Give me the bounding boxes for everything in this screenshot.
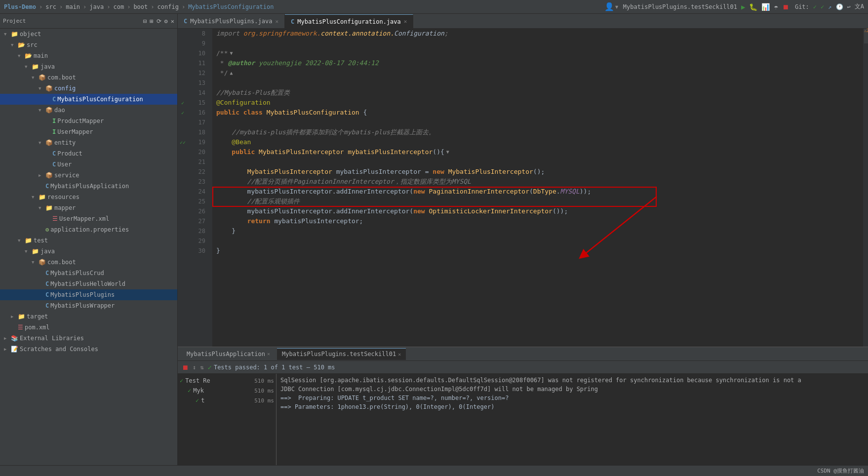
tree-item-com-boot[interactable]: ▼ 📦 com.boot — [0, 72, 177, 83]
tree-label-user: User — [57, 161, 72, 168]
test-result-myk[interactable]: ✓ Myk 510 ms — [180, 386, 274, 396]
coverage-button[interactable]: ☂ — [774, 3, 778, 11]
profile-button[interactable]: 📊 — [761, 3, 770, 11]
tree-item-productmapper[interactable]: I ProductMapper — [0, 116, 177, 126]
tree-item-plugins[interactable]: C MybatisPlusPlugins — [0, 289, 177, 300]
code-lines[interactable]: import org.springframework.context.annot… — [212, 29, 863, 347]
tree-item-helloworld[interactable]: C MybatisPlusHelloWorld — [0, 278, 177, 289]
tree-item-java[interactable]: ▼ 📁 java — [0, 61, 177, 72]
code-line-23: //配置分页插件PaginationInnerInterceptor，指定数据库… — [216, 177, 859, 187]
bottom-tab-test-close[interactable]: ✕ — [398, 352, 401, 357]
run-config-label[interactable]: MybatisPlusPlugins.testSeckill01 — [623, 3, 737, 10]
tab-close-config[interactable]: ✕ — [404, 18, 407, 25]
sync-icon[interactable]: ⟳ — [157, 18, 161, 25]
tab-icon-config: C — [291, 18, 294, 25]
tree-item-entity[interactable]: ▼ 📦 entity — [0, 137, 177, 148]
tree-label-main: main — [34, 52, 48, 59]
editor-tabs: C MybatisPlusPlugins.java ✕ C MybatisPlu… — [178, 14, 868, 29]
settings-icon[interactable]: ⚙ — [164, 18, 168, 25]
tree-item-crud[interactable]: C MybatisPlusCrud — [0, 268, 177, 278]
tree-item-dao[interactable]: ▼ 📦 dao — [0, 105, 177, 116]
tree-item-service[interactable]: ▶ 📦 service — [0, 170, 177, 181]
ln-10: 10 — [188, 48, 208, 58]
mapper-folder-icon: 📁 — [45, 204, 53, 211]
stop-run-icon[interactable]: ⏹ — [182, 363, 189, 371]
collapse-all-icon[interactable]: ⊟ — [143, 18, 147, 25]
bottom-toolbar: ⏹ ↕ ⇅ ✓ Tests passed: 1 of 1 test – 510 … — [178, 361, 868, 374]
tree-item-mybatisplusconfig[interactable]: C MybatisPlusConfiguration — [0, 94, 177, 105]
tree-item-product[interactable]: C Product — [0, 148, 177, 159]
tree-item-java-test[interactable]: ▼ 📁 java — [0, 246, 177, 257]
gutter-18 — [178, 127, 188, 137]
console-line-3: ==> Preparing: UPDATE t_product SET name… — [280, 394, 864, 402]
tree-item-application[interactable]: C MybatisPlusApplication — [0, 181, 177, 192]
gutter-20 — [178, 147, 188, 157]
test-result-myk-time: 510 ms — [254, 388, 274, 394]
tree-item-usermapper[interactable]: I UserMapper — [0, 126, 177, 137]
tree-item-mapper-folder[interactable]: ▼ 📁 mapper — [0, 202, 177, 213]
rerun-icon[interactable]: ↕ — [193, 364, 196, 371]
tree-label-mybatisplusconfig: MybatisPlusConfiguration — [57, 96, 143, 103]
tree-item-config[interactable]: ▼ 📦 config — [0, 83, 177, 94]
tree-label-project: object — [20, 31, 41, 38]
tree-item-project[interactable]: ▼ 📁 object — [0, 29, 177, 40]
tree-item-resources[interactable]: ▼ 📁 resources — [0, 192, 177, 202]
main-layout: Project ⊟ ⊞ ⟳ ⚙ ✕ ▼ 📁 object ▼ 📂 src ▼ — [0, 14, 868, 465]
tab-configuration-java[interactable]: C MybatisPlusConfiguration.java ✕ — [285, 14, 413, 28]
git-label: Git: — [795, 3, 809, 10]
project-name[interactable]: Plus-Demo — [4, 3, 36, 10]
tree-item-src[interactable]: ▼ 📂 src — [0, 40, 177, 50]
ln-19: 19 — [188, 137, 208, 147]
gutter-16-impl[interactable]: ✓ — [178, 108, 188, 118]
tab-close-plugins[interactable]: ✕ — [275, 18, 278, 25]
tab-plugins-java[interactable]: C MybatisPlusPlugins.java ✕ — [178, 14, 285, 28]
scratches-icon: 📝 — [11, 346, 18, 353]
tree-item-test[interactable]: ▼ 📁 test — [0, 235, 177, 246]
gutter-22 — [178, 167, 188, 177]
tree-item-scratches[interactable]: ▶ 📝 Scratches and Consoles — [0, 344, 177, 355]
test-result-myk-label: Myk — [193, 387, 204, 394]
tree-item-wrapper[interactable]: C MybatisPlusWrapper — [0, 300, 177, 311]
fold-12[interactable]: ▲ — [230, 68, 233, 78]
bottom-tab-app-close[interactable]: ✕ — [267, 351, 270, 357]
scrollbar-track[interactable]: ⚠2 — [863, 29, 868, 347]
git-push[interactable]: ↗ — [828, 3, 831, 10]
tree-item-target[interactable]: ▶ 📁 target — [0, 311, 177, 322]
tree-item-main[interactable]: ▼ 📂 main — [0, 50, 177, 61]
fold-20[interactable]: ▼ — [446, 147, 449, 157]
gutter-15-impl[interactable]: ✓ — [178, 98, 188, 108]
fold-10[interactable]: ▼ — [230, 48, 233, 58]
git-history[interactable]: 🕐 — [836, 3, 843, 10]
tree-item-app-props[interactable]: ⚙ application.properties — [0, 224, 177, 235]
gutter-19-run[interactable]: ✓✓ — [178, 137, 188, 147]
user-icon[interactable]: 👤▾ — [604, 2, 619, 11]
config-class-icon: C — [52, 96, 56, 103]
filter-icon[interactable]: ⇅ — [200, 364, 203, 371]
ln-9: 9 — [188, 39, 208, 48]
tree-item-pom[interactable]: ☰ pom.xml — [0, 322, 177, 333]
tree-label-test: test — [34, 237, 48, 244]
git-rollback[interactable]: ↩ — [847, 3, 851, 10]
code-editor[interactable]: ✓ ✓ ✓✓ — [178, 29, 868, 347]
stop-button[interactable]: ⏹ — [782, 3, 789, 11]
run-button[interactable]: ▶ — [741, 3, 745, 11]
test-pass-icon-myk: ✓ — [188, 387, 191, 394]
tree-item-user[interactable]: C User — [0, 159, 177, 170]
test-result-main[interactable]: ✓ Test Re 510 ms — [180, 376, 274, 386]
translate-button[interactable]: 文A — [855, 2, 864, 11]
test-result-t[interactable]: ✓ t 510 ms — [180, 396, 274, 405]
tree-item-com-boot-test[interactable]: ▼ 📦 com.boot — [0, 257, 177, 268]
warning-indicator: ⚠2 — [864, 29, 868, 33]
entity-icon: 📦 — [45, 139, 53, 146]
bottom-tab-test[interactable]: MybatisPlusPlugins.testSeckill01 ✕ — [277, 348, 406, 360]
close-sidebar-icon[interactable]: ✕ — [171, 18, 174, 25]
code-line-19: @Bean — [216, 137, 859, 147]
bottom-tab-app[interactable]: MybatisPlusApplication ✕ — [182, 348, 275, 360]
tree-item-usermapper-xml[interactable]: ☰ UserMapper.xml — [0, 213, 177, 224]
tree-item-ext-libs[interactable]: ▶ 📚 External Libraries — [0, 333, 177, 344]
tree-label-wrapper: MybatisPlusWrapper — [50, 302, 115, 309]
expand-all-icon[interactable]: ⊞ — [150, 18, 153, 25]
ln-18: 18 — [188, 127, 208, 137]
debug-button[interactable]: 🐛 — [749, 3, 757, 11]
product-class-icon: C — [52, 150, 56, 157]
